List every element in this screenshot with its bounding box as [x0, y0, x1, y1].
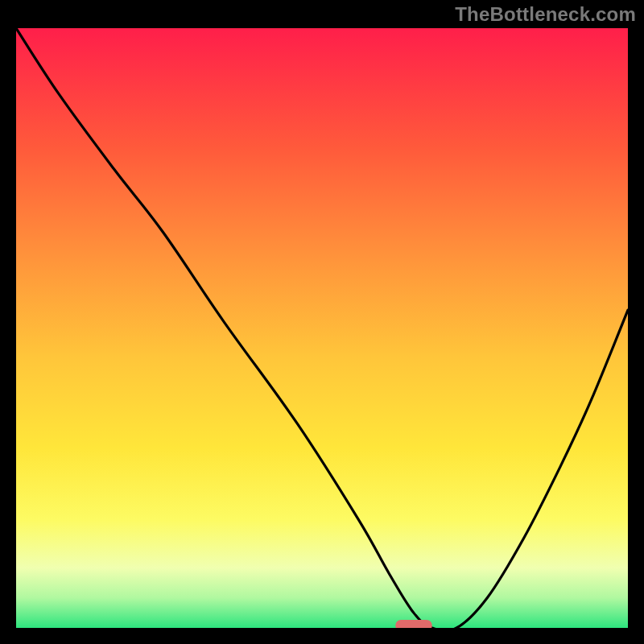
chart-container: TheBottleneck.com [0, 0, 644, 644]
plot-area [16, 28, 628, 628]
gradient-background [16, 28, 628, 628]
watermark-label: TheBottleneck.com [455, 3, 636, 26]
optimal-marker [395, 620, 432, 628]
chart-svg [16, 28, 628, 628]
